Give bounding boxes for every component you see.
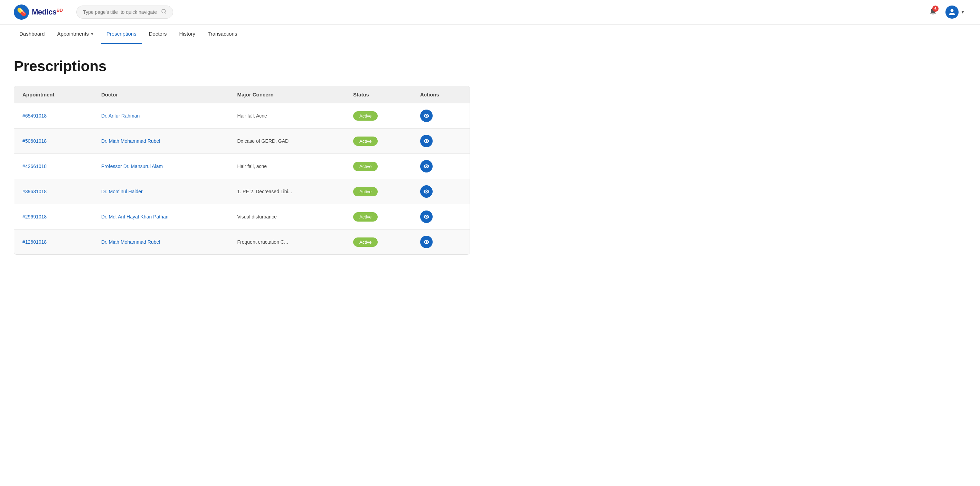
main-content: Prescriptions Appointment Doctor Major C… bbox=[0, 44, 484, 269]
view-button[interactable] bbox=[420, 236, 433, 248]
table-row: #50601018 Dr. Miah Mohammad Rubel Dx cas… bbox=[14, 129, 469, 154]
major-concern: Dx case of GERD, GAD bbox=[237, 138, 289, 144]
table-row: #12601018 Dr. Miah Mohammad Rubel Freque… bbox=[14, 229, 469, 255]
page-title: Prescriptions bbox=[14, 58, 470, 75]
prescriptions-table: Appointment Doctor Major Concern Status … bbox=[14, 86, 469, 254]
user-avatar-button[interactable]: ▼ bbox=[944, 4, 966, 20]
major-concern: 1. PE 2. Decreased Libi... bbox=[237, 189, 292, 194]
table-header: Appointment Doctor Major Concern Status … bbox=[14, 86, 469, 104]
logo-icon bbox=[14, 5, 29, 20]
logo[interactable]: MedicsBD bbox=[14, 5, 62, 20]
nav-item-prescriptions[interactable]: Prescriptions bbox=[101, 24, 142, 44]
view-button[interactable] bbox=[420, 185, 433, 198]
search-bar[interactable] bbox=[76, 6, 173, 19]
nav-item-appointments[interactable]: Appointments ▼ bbox=[51, 24, 100, 44]
col-major-concern: Major Concern bbox=[229, 86, 345, 104]
eye-icon bbox=[423, 188, 430, 194]
chevron-down-icon: ▼ bbox=[961, 10, 965, 14]
appointment-link[interactable]: #65491018 bbox=[22, 113, 47, 119]
logo-text: MedicsBD bbox=[32, 8, 62, 17]
col-appointment: Appointment bbox=[14, 86, 93, 104]
col-status: Status bbox=[345, 86, 412, 104]
eye-icon bbox=[423, 163, 430, 169]
view-button[interactable] bbox=[420, 210, 433, 223]
major-concern: Hair fall, Acne bbox=[237, 113, 267, 119]
eye-icon bbox=[423, 214, 430, 220]
status-badge: Active bbox=[353, 162, 378, 171]
table-row: #65491018 Dr. Arifur Rahman Hair fall, A… bbox=[14, 104, 469, 129]
header-right: 6 ▼ bbox=[928, 4, 966, 20]
appointment-link[interactable]: #42661018 bbox=[22, 164, 47, 169]
table-row: #29691018 Dr. Md. Arif Hayat Khan Pathan… bbox=[14, 204, 469, 229]
svg-line-1 bbox=[165, 13, 166, 13]
table-body: #65491018 Dr. Arifur Rahman Hair fall, A… bbox=[14, 104, 469, 255]
avatar bbox=[945, 6, 959, 19]
doctor-link[interactable]: Dr. Md. Arif Hayat Khan Pathan bbox=[101, 214, 169, 220]
nav-item-history[interactable]: History bbox=[173, 24, 201, 44]
major-concern: Hair fall, acne bbox=[237, 164, 267, 169]
eye-icon bbox=[423, 239, 430, 245]
appointment-link[interactable]: #12601018 bbox=[22, 239, 47, 245]
svg-point-0 bbox=[162, 10, 165, 13]
table-row: #42661018 Professor Dr. Mansurul Alam Ha… bbox=[14, 154, 469, 179]
status-badge: Active bbox=[353, 237, 378, 247]
status-badge: Active bbox=[353, 212, 378, 221]
col-doctor: Doctor bbox=[93, 86, 229, 104]
appointment-link[interactable]: #39631018 bbox=[22, 189, 47, 194]
nav-item-transactions[interactable]: Transactions bbox=[202, 24, 243, 44]
nav: Dashboard Appointments ▼ Prescriptions D… bbox=[0, 24, 980, 44]
header: MedicsBD 6 ▼ bbox=[0, 0, 980, 24]
view-button[interactable] bbox=[420, 160, 433, 172]
major-concern: Frequent eructation C... bbox=[237, 239, 288, 245]
doctor-link[interactable]: Professor Dr. Mansurul Alam bbox=[101, 164, 163, 169]
view-button[interactable] bbox=[420, 110, 433, 122]
col-actions: Actions bbox=[412, 86, 469, 104]
status-badge: Active bbox=[353, 137, 378, 146]
doctor-link[interactable]: Dr. Mominul Haider bbox=[101, 189, 143, 194]
doctor-link[interactable]: Dr. Miah Mohammad Rubel bbox=[101, 138, 160, 144]
appointment-link[interactable]: #50601018 bbox=[22, 138, 47, 144]
appointment-link[interactable]: #29691018 bbox=[22, 214, 47, 220]
doctor-link[interactable]: Dr. Arifur Rahman bbox=[101, 113, 140, 119]
doctor-link[interactable]: Dr. Miah Mohammad Rubel bbox=[101, 239, 160, 245]
view-button[interactable] bbox=[420, 135, 433, 147]
search-icon bbox=[161, 9, 167, 16]
notification-badge: 6 bbox=[932, 6, 939, 12]
prescriptions-table-container: Appointment Doctor Major Concern Status … bbox=[14, 86, 470, 255]
search-input[interactable] bbox=[83, 10, 158, 15]
major-concern: Visual disturbance bbox=[237, 214, 277, 220]
table-row: #39631018 Dr. Mominul Haider 1. PE 2. De… bbox=[14, 179, 469, 204]
status-badge: Active bbox=[353, 111, 378, 121]
eye-icon bbox=[423, 113, 430, 119]
notification-button[interactable]: 6 bbox=[928, 6, 939, 19]
nav-item-doctors[interactable]: Doctors bbox=[143, 24, 172, 44]
status-badge: Active bbox=[353, 187, 378, 196]
chevron-down-icon: ▼ bbox=[90, 32, 94, 36]
nav-item-dashboard[interactable]: Dashboard bbox=[14, 24, 50, 44]
eye-icon bbox=[423, 138, 430, 144]
